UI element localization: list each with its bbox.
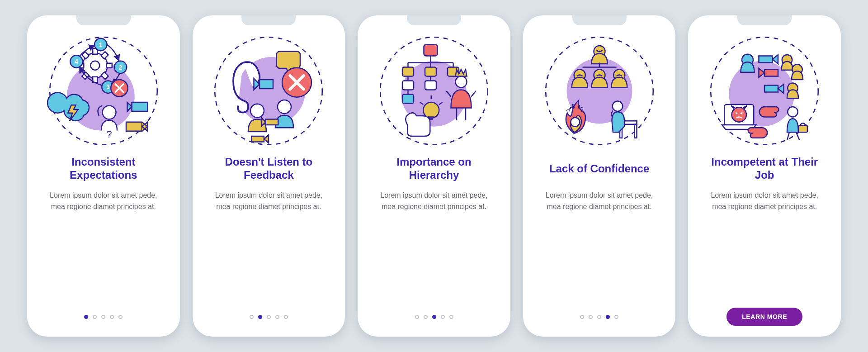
illustration-incompetent (708, 34, 821, 147)
svg-point-51 (423, 102, 439, 118)
dot-1[interactable] (580, 315, 584, 319)
illustration-inconsistent-expectations: 1 2 3 4 ? (47, 34, 160, 147)
phone-notch (737, 15, 792, 25)
phone-notch (241, 15, 296, 25)
dot-4[interactable] (606, 315, 610, 319)
svg-point-11 (90, 61, 99, 70)
dot-2[interactable] (589, 315, 593, 319)
svg-rect-35 (424, 45, 438, 56)
dot-2[interactable] (93, 315, 97, 319)
screen-description: Lorem ipsum dolor sit amet pede, mea reg… (537, 190, 662, 213)
svg-point-30 (278, 100, 291, 114)
phone-notch (572, 15, 627, 25)
svg-text:1: 1 (99, 42, 103, 48)
svg-text:?: ? (566, 108, 570, 115)
dot-4[interactable] (441, 315, 445, 319)
phone-notch (407, 15, 461, 25)
svg-rect-6 (106, 63, 112, 68)
onboarding-screen-1: 1 2 3 4 ? (27, 15, 180, 337)
screen-description: Lorem ipsum dolor sit amet pede, mea reg… (41, 190, 166, 213)
onboarding-screen-4: ? ? Lack of Confidence Lorem ipsum dolor… (523, 15, 676, 337)
svg-text:2: 2 (118, 64, 122, 71)
dot-3[interactable] (267, 315, 271, 319)
illustration-lack-confidence: ? ? (543, 34, 656, 147)
svg-rect-24 (126, 122, 142, 131)
svg-rect-32 (252, 136, 264, 142)
dot-1[interactable] (250, 315, 254, 319)
screen-description: Lorem ipsum dolor sit amet pede, mea reg… (702, 190, 827, 213)
svg-rect-49 (402, 95, 414, 104)
svg-rect-23 (132, 102, 147, 111)
svg-text:?: ? (580, 105, 583, 113)
screen-title: Lack of Confidence (547, 153, 652, 185)
illustration-no-feedback (212, 34, 325, 147)
dot-5[interactable] (284, 315, 288, 319)
dot-2[interactable] (258, 315, 262, 319)
screen-title: Inconsistent Expectations (41, 153, 166, 185)
dot-5[interactable] (449, 315, 453, 319)
dot-4[interactable] (275, 315, 279, 319)
dot-1[interactable] (415, 315, 419, 319)
dot-3[interactable] (101, 315, 105, 319)
dot-4[interactable] (110, 315, 114, 319)
svg-point-81 (788, 107, 798, 117)
svg-point-63 (571, 118, 580, 127)
page-indicator (250, 314, 288, 319)
screen-description: Lorem ipsum dolor sit amet pede, mea reg… (371, 190, 497, 213)
dot-3[interactable] (432, 315, 436, 319)
svg-rect-31 (266, 119, 278, 125)
svg-rect-46 (402, 81, 414, 90)
svg-point-80 (732, 107, 747, 122)
svg-text:4: 4 (75, 58, 78, 65)
dot-2[interactable] (424, 315, 428, 319)
illustration-hierarchy (377, 34, 491, 147)
screen-title: Importance on Hierarchy (371, 153, 497, 185)
page-indicator (580, 314, 618, 319)
svg-rect-42 (425, 67, 436, 76)
screen-title: Incompetent at Their Job (702, 153, 827, 185)
svg-rect-67 (634, 124, 637, 138)
page-indicator (84, 314, 123, 319)
svg-text:3: 3 (106, 84, 110, 90)
svg-point-21 (102, 106, 116, 119)
svg-rect-76 (759, 56, 773, 63)
page-indicator (415, 314, 453, 319)
screen-title: Doesn't Listen to Feedback (206, 153, 332, 185)
svg-text:?: ? (106, 128, 112, 140)
dot-5[interactable] (118, 315, 123, 319)
svg-rect-77 (764, 70, 778, 76)
dot-3[interactable] (597, 315, 601, 319)
svg-rect-28 (259, 80, 273, 89)
dot-1[interactable] (84, 315, 88, 319)
svg-point-29 (250, 104, 264, 118)
learn-more-button[interactable]: LEARN MORE (726, 308, 802, 326)
svg-rect-82 (798, 125, 807, 132)
onboarding-screen-2: Doesn't Listen to Feedback Lorem ipsum d… (193, 15, 345, 337)
onboarding-screen-5: Incompetent at Their Job Lorem ipsum dol… (688, 15, 841, 337)
svg-point-50 (456, 76, 467, 88)
dot-5[interactable] (614, 315, 618, 319)
svg-rect-41 (402, 67, 414, 76)
svg-rect-47 (425, 81, 436, 90)
onboarding-screen-3: Importance on Hierarchy Lorem ipsum dolo… (358, 15, 510, 337)
svg-rect-78 (764, 86, 778, 92)
svg-point-69 (612, 101, 623, 112)
screen-description: Lorem ipsum dolor sit amet pede, mea reg… (206, 190, 332, 213)
phone-notch (76, 15, 131, 25)
